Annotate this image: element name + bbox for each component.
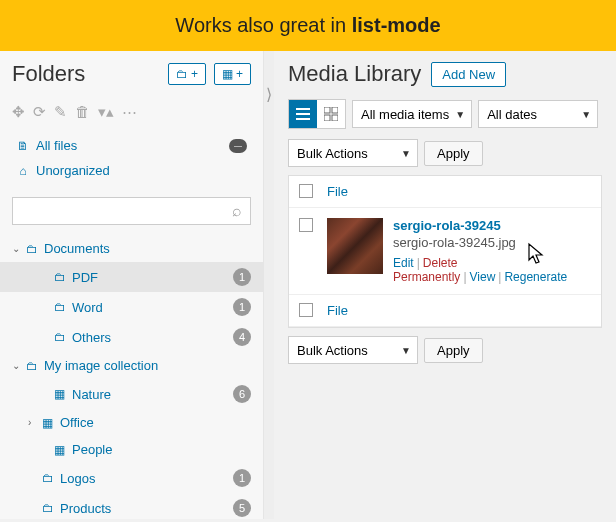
promo-banner: Works also great in list-mode (0, 0, 616, 51)
file-filename: sergio-rola-39245.jpg (393, 235, 591, 250)
add-new-button[interactable]: Add New (431, 62, 506, 87)
svg-rect-4 (332, 107, 338, 113)
tree-label: Products (60, 501, 233, 516)
grid-view-button[interactable] (317, 100, 345, 128)
quick-unorganized[interactable]: ⌂ Unorganized (12, 158, 251, 183)
folder-icon: 🗀 (26, 242, 44, 256)
tree-label: Logos (60, 471, 233, 486)
tree-label: My image collection (44, 358, 251, 373)
search-input[interactable] (21, 204, 232, 219)
tree-item[interactable]: ▦People (0, 436, 263, 463)
table-footer-row: File (289, 295, 601, 327)
svg-rect-1 (296, 113, 310, 115)
bulk-actions-select-bottom[interactable]: Bulk Actions (288, 336, 418, 364)
column-file[interactable]: File (327, 303, 591, 318)
sidebar-title: Folders (12, 61, 160, 87)
view-toggle (288, 99, 346, 129)
banner-prefix: Works also great in (175, 14, 351, 36)
gallery-icon: ▦ (54, 387, 72, 401)
gallery-icon: ▦ (222, 67, 233, 81)
tree-label: Others (72, 330, 233, 345)
view-link[interactable]: View (470, 270, 496, 284)
count-badge: 5 (233, 499, 251, 517)
grid-icon (324, 107, 338, 121)
sort-icon[interactable]: ▾▴ (98, 103, 114, 121)
apply-button[interactable]: Apply (424, 141, 483, 166)
edit-link[interactable]: Edit (393, 256, 414, 270)
count-badge: 1 (233, 469, 251, 487)
tree-label: Word (72, 300, 233, 315)
folder-icon: 🗀 (54, 330, 72, 344)
list-icon (296, 107, 310, 121)
table-header-row: File (289, 176, 601, 208)
tree-item[interactable]: 🗀Products5 (0, 493, 263, 519)
file-title[interactable]: sergio-rola-39245 (393, 218, 591, 233)
media-table: File sergio-rola-39245 sergio-rola-39245… (288, 175, 602, 328)
folders-sidebar: Folders 🗀+ ▦+ ✥ ⟳ ✎ 🗑 ▾▴ ⋯ 🗎 All files —… (0, 51, 264, 519)
tree-item[interactable]: 🗀Word1 (0, 292, 263, 322)
page-title: Media Library (288, 61, 421, 87)
count-badge: 6 (233, 385, 251, 403)
column-file[interactable]: File (327, 184, 591, 199)
folder-search[interactable]: ⌕ (12, 197, 251, 225)
tree-item[interactable]: ⌄🗀Documents (0, 235, 263, 262)
folder-icon: 🗀 (42, 501, 60, 515)
svg-rect-0 (296, 108, 310, 110)
gallery-icon: ▦ (54, 443, 72, 457)
folder-icon: 🗀 (42, 471, 60, 485)
media-content: Media Library Add New All media items Al… (274, 51, 616, 519)
media-type-filter[interactable]: All media items (352, 100, 472, 128)
more-icon[interactable]: ⋯ (122, 103, 137, 121)
select-all-checkbox-bottom[interactable] (299, 303, 313, 317)
add-folder-button[interactable]: 🗀+ (168, 63, 206, 85)
caret-icon: ⌄ (12, 360, 26, 371)
tree-label: Documents (44, 241, 251, 256)
list-view-button[interactable] (289, 100, 317, 128)
tree-item[interactable]: ▦Nature6 (0, 379, 263, 409)
file-icon: 🗎 (16, 139, 30, 153)
folder-icon: 🗀 (176, 67, 188, 81)
caret-icon: ⌄ (12, 243, 26, 254)
tree-label: PDF (72, 270, 233, 285)
move-icon[interactable]: ✥ (12, 103, 25, 121)
home-icon: ⌂ (16, 164, 30, 178)
thumbnail[interactable] (327, 218, 383, 274)
gallery-icon: ▦ (42, 416, 60, 430)
table-row[interactable]: sergio-rola-39245 sergio-rola-39245.jpg … (289, 208, 601, 295)
refresh-icon[interactable]: ⟳ (33, 103, 46, 121)
rename-icon[interactable]: ✎ (54, 103, 67, 121)
count-badge: 4 (233, 328, 251, 346)
tree-item[interactable]: 🗀Logos1 (0, 463, 263, 493)
svg-rect-2 (296, 118, 310, 120)
bulk-actions-select[interactable]: Bulk Actions (288, 139, 418, 167)
tree-item[interactable]: 🗀PDF1 (0, 262, 263, 292)
resize-handle[interactable]: ⟩ (264, 51, 274, 519)
quick-label: All files (36, 138, 77, 153)
caret-icon: › (28, 417, 42, 428)
tree-label: People (72, 442, 251, 457)
regenerate-link[interactable]: Regenerate (504, 270, 567, 284)
svg-rect-6 (332, 115, 338, 121)
quick-all-files[interactable]: 🗎 All files — (12, 133, 251, 158)
row-checkbox[interactable] (299, 218, 313, 232)
add-gallery-button[interactable]: ▦+ (214, 63, 251, 85)
tree-item[interactable]: ⌄🗀My image collection (0, 352, 263, 379)
quick-label: Unorganized (36, 163, 110, 178)
folder-tree: ⌄🗀Documents🗀PDF1🗀Word1🗀Others4⌄🗀My image… (0, 235, 263, 519)
count-badge: 1 (233, 298, 251, 316)
svg-rect-5 (324, 115, 330, 121)
tree-item[interactable]: ›▦Office (0, 409, 263, 436)
count-badge: 1 (233, 268, 251, 286)
apply-button-bottom[interactable]: Apply (424, 338, 483, 363)
count-badge: — (229, 139, 247, 153)
tree-item[interactable]: 🗀Others4 (0, 322, 263, 352)
select-all-checkbox[interactable] (299, 184, 313, 198)
row-actions: Edit|Delete Permanently|View|Regenerate (393, 256, 591, 284)
tree-label: Nature (72, 387, 233, 402)
svg-rect-3 (324, 107, 330, 113)
tree-label: Office (60, 415, 251, 430)
trash-icon[interactable]: 🗑 (75, 103, 90, 121)
date-filter[interactable]: All dates (478, 100, 598, 128)
search-icon: ⌕ (232, 202, 242, 220)
folder-icon: 🗀 (54, 270, 72, 284)
